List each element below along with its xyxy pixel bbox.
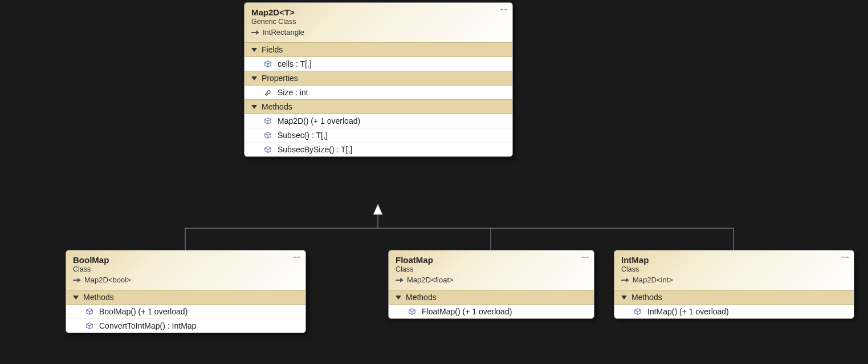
collapse-icon[interactable] <box>840 255 848 263</box>
class-boolmap[interactable]: BoolMap Class Map2D<bool> Methods BoolMa… <box>66 250 306 333</box>
class-base: Map2D<int> <box>621 276 847 284</box>
class-title: IntMap <box>621 255 847 265</box>
method-item[interactable]: Map2D() (+ 1 overload) <box>244 114 512 128</box>
class-base-name: Map2D<int> <box>633 276 673 284</box>
methods-list: Map2D() (+ 1 overload) Subsec() : T[,] S… <box>244 114 512 156</box>
expand-triangle-icon <box>251 48 257 52</box>
expand-triangle-icon <box>251 76 257 80</box>
method-item[interactable]: SubsecBySize() : T[,] <box>244 142 512 156</box>
expand-triangle-icon <box>251 105 257 109</box>
expand-triangle-icon <box>621 296 627 300</box>
inherits-arrow-icon <box>621 276 629 284</box>
collapse-icon[interactable] <box>580 255 588 263</box>
method-icon <box>85 308 93 316</box>
inherits-arrow-icon <box>73 276 81 284</box>
class-base-name: Map2D<bool> <box>84 276 131 284</box>
svg-marker-5 <box>373 204 382 215</box>
class-stereotype: Class <box>73 265 299 273</box>
methods-list: FloatMap() (+ 1 overload) <box>389 305 594 318</box>
method-icon <box>264 131 272 139</box>
class-title: Map2D<T> <box>251 7 506 17</box>
method-icon <box>634 308 642 316</box>
method-icon <box>85 322 93 330</box>
class-base: Map2D<bool> <box>73 276 299 284</box>
section-header-methods[interactable]: Methods <box>66 290 305 305</box>
diagram-canvas: { "parent": { "title": "Map2D<T>", "ster… <box>0 0 868 364</box>
collapse-icon[interactable] <box>499 7 507 15</box>
methods-list: IntMap() (+ 1 overload) <box>614 305 854 318</box>
inherits-arrow-icon <box>396 276 404 284</box>
expand-triangle-icon <box>396 296 401 300</box>
class-header: Map2D<T> Generic Class IntRectangle <box>244 3 512 42</box>
method-item[interactable]: ConvertToIntMap() : IntMap <box>66 318 305 333</box>
class-base-name: IntRectangle <box>263 28 304 37</box>
class-header: BoolMap Class Map2D<bool> <box>66 250 305 290</box>
class-base-name: Map2D<float> <box>407 276 454 284</box>
method-item[interactable]: BoolMap() (+ 1 overload) <box>66 305 305 318</box>
section-header-methods[interactable]: Methods <box>389 290 594 305</box>
field-item[interactable]: cells : T[,] <box>244 57 512 71</box>
property-icon <box>264 88 272 96</box>
method-item[interactable]: Subsec() : T[,] <box>244 128 512 142</box>
class-stereotype: Generic Class <box>251 18 506 26</box>
properties-list: Size : int <box>244 86 512 99</box>
class-intmap[interactable]: IntMap Class Map2D<int> Methods IntMap()… <box>614 250 854 319</box>
methods-list: BoolMap() (+ 1 overload) ConvertToIntMap… <box>66 305 305 333</box>
section-header-methods[interactable]: Methods <box>614 290 854 305</box>
inherits-arrow-icon <box>251 29 259 37</box>
section-header-methods[interactable]: Methods <box>244 99 512 114</box>
method-item[interactable]: FloatMap() (+ 1 overload) <box>389 305 594 318</box>
class-title: BoolMap <box>73 255 299 265</box>
collapse-icon[interactable] <box>292 255 300 263</box>
method-icon <box>264 145 272 153</box>
class-stereotype: Class <box>396 265 587 273</box>
class-header: IntMap Class Map2D<int> <box>614 250 854 290</box>
section-header-fields[interactable]: Fields <box>244 42 512 57</box>
class-header: FloatMap Class Map2D<float> <box>389 250 594 290</box>
class-floatmap[interactable]: FloatMap Class Map2D<float> Methods Floa… <box>388 250 594 319</box>
class-stereotype: Class <box>621 265 847 273</box>
class-base: IntRectangle <box>251 28 506 37</box>
class-map2d[interactable]: Map2D<T> Generic Class IntRectangle Fiel… <box>244 2 513 157</box>
method-icon <box>264 117 272 125</box>
class-title: FloatMap <box>396 255 587 265</box>
class-base: Map2D<float> <box>396 276 587 284</box>
section-header-properties[interactable]: Properties <box>244 71 512 86</box>
fields-list: cells : T[,] <box>244 57 512 71</box>
expand-triangle-icon <box>73 296 79 300</box>
field-icon <box>264 60 272 68</box>
method-icon <box>408 308 416 316</box>
property-item[interactable]: Size : int <box>244 86 512 99</box>
method-item[interactable]: IntMap() (+ 1 overload) <box>614 305 854 318</box>
